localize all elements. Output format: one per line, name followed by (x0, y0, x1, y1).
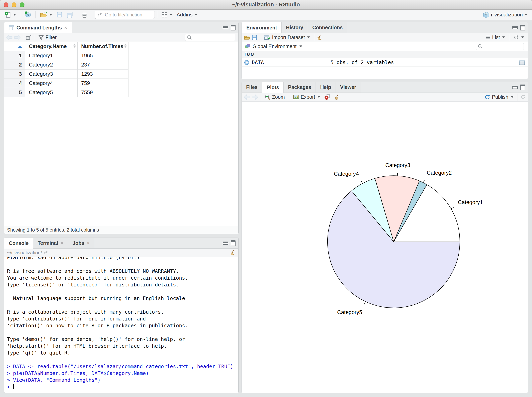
clear-environment-broom-icon[interactable] (317, 35, 322, 40)
close-icon[interactable]: × (87, 240, 90, 246)
save-button[interactable] (55, 10, 64, 19)
console-command-line: > View(DATA, "Command Lengths") (7, 377, 238, 384)
expand-object-icon[interactable] (244, 60, 249, 65)
pie-tick (397, 173, 398, 176)
filter-button[interactable]: Filter (37, 34, 58, 40)
publish-plot-button[interactable]: Publish (483, 94, 515, 100)
save-all-icon (67, 12, 73, 18)
chevron-down-icon[interactable] (299, 45, 302, 47)
row-number-header[interactable] (4, 42, 25, 51)
close-icon[interactable]: × (61, 240, 63, 246)
environment-toolbar: Import Dataset List (242, 33, 528, 42)
plots-pane: Files Plots Packages Help Viewer Zoom Ex… (241, 82, 528, 393)
load-workspace-folder-icon[interactable] (244, 34, 251, 40)
environment-object-row[interactable]: DATA 5 obs. of 2 variables (242, 58, 528, 67)
environment-search-input[interactable] (484, 43, 522, 49)
export-plot-button[interactable]: Export (291, 94, 322, 100)
tab-title: Command Lengths (16, 25, 62, 31)
maximize-pane-icon[interactable] (231, 25, 235, 31)
goto-file-input[interactable] (104, 12, 149, 18)
maximize-pane-icon[interactable] (520, 25, 525, 31)
forward-arrow-icon[interactable] (14, 35, 21, 40)
tab-packages[interactable]: Packages (284, 82, 316, 93)
table-cell: Category2 (25, 60, 78, 69)
minimize-pane-icon[interactable] (223, 242, 228, 245)
open-in-new-window-icon[interactable] (26, 35, 32, 40)
new-project-button[interactable]: R (23, 10, 33, 19)
tab-connections[interactable]: Connections (308, 22, 347, 33)
next-plot-icon[interactable] (251, 94, 258, 100)
zoom-plot-button[interactable]: Zoom (263, 94, 286, 100)
chevron-down-icon (502, 37, 505, 38)
main-toolbar: R Addins R (0, 10, 532, 20)
save-all-button[interactable] (65, 10, 75, 19)
import-dataset-icon (264, 35, 270, 40)
column-header-category[interactable]: Category.Name (25, 42, 78, 51)
new-project-icon: R (24, 11, 32, 19)
tab-plots[interactable]: Plots (262, 82, 284, 93)
tab-terminal[interactable]: Terminal × (33, 238, 68, 248)
maximize-pane-icon[interactable] (231, 240, 235, 246)
chevron-down-icon (307, 37, 310, 38)
environment-search-box[interactable] (476, 43, 524, 50)
table-cell: 1965 (78, 51, 128, 60)
table-status-text: Showing 1 to 5 of 5 entries, 2 total col… (7, 227, 99, 233)
tab-files[interactable]: Files (242, 82, 262, 93)
data-section-header: Data (242, 51, 528, 58)
chevron-down-icon (521, 37, 524, 38)
addins-button[interactable]: Addins (175, 10, 199, 19)
console-prompt-line: > (7, 384, 238, 390)
chevron-down-icon (525, 14, 528, 16)
refresh-plot-icon[interactable] (520, 94, 526, 100)
minimize-window-button[interactable] (12, 2, 16, 7)
print-button[interactable] (80, 10, 90, 19)
tab-jobs[interactable]: Jobs × (68, 238, 95, 248)
plots-toolbar: Zoom Export Publish (242, 93, 528, 102)
list-view-button[interactable]: List (484, 34, 507, 40)
close-window-button[interactable] (4, 2, 8, 7)
goto-directory-arrow-icon[interactable] (44, 250, 49, 255)
project-menu-button[interactable]: R r-visualization (481, 10, 529, 19)
tab-help[interactable]: Help (316, 82, 336, 93)
remove-plot-button[interactable] (323, 94, 332, 100)
import-dataset-button[interactable]: Import Dataset (262, 34, 312, 40)
back-arrow-icon[interactable] (6, 35, 13, 40)
maximize-pane-icon[interactable] (520, 85, 525, 90)
pie-label-Category5: Category5 (337, 309, 362, 315)
tab-command-lengths[interactable]: Command Lengths × (4, 22, 72, 33)
minimize-pane-icon[interactable] (512, 26, 518, 29)
console-body[interactable]: Platform: x86_64-apple-darwin15.6.0 (64-… (4, 257, 238, 393)
data-table: Category.Name Number.of.Times 1Category1… (4, 42, 128, 97)
minimize-pane-icon[interactable] (512, 86, 518, 89)
table-search-input[interactable] (194, 35, 232, 40)
tab-console[interactable]: Console (4, 238, 33, 248)
new-file-icon (4, 12, 11, 18)
close-icon[interactable]: × (64, 25, 67, 31)
zoom-window-button[interactable] (20, 2, 25, 7)
pane-layout-button[interactable] (160, 10, 174, 19)
table-cell: 1293 (78, 69, 128, 79)
open-folder-icon (40, 12, 47, 18)
refresh-environment-button[interactable] (512, 35, 526, 40)
table-cell: 4 (4, 79, 25, 88)
goto-file-box[interactable] (95, 11, 155, 19)
table-search-box[interactable] (185, 34, 235, 41)
tab-viewer[interactable]: Viewer (336, 82, 361, 93)
sort-carets-icon (124, 44, 127, 48)
minimize-pane-icon[interactable] (223, 26, 228, 29)
tab-environment[interactable]: Environment (242, 22, 282, 33)
previous-plot-icon[interactable] (244, 94, 251, 100)
tab-history[interactable]: History (282, 22, 308, 33)
console-output-line (7, 261, 238, 268)
clear-all-plots-button[interactable] (333, 94, 342, 100)
open-file-button[interactable] (38, 10, 54, 19)
view-table-icon[interactable] (519, 60, 525, 65)
save-workspace-icon[interactable] (251, 34, 257, 40)
tab-label: Environment (246, 25, 277, 31)
new-file-button[interactable] (3, 10, 18, 19)
pie-label-Category2: Category2 (427, 170, 452, 176)
clear-console-broom-icon[interactable] (230, 250, 235, 256)
chevron-down-icon (49, 14, 52, 16)
column-header-times[interactable]: Number.of.Times (78, 42, 128, 51)
scope-selector[interactable]: Global Environment (253, 43, 297, 49)
